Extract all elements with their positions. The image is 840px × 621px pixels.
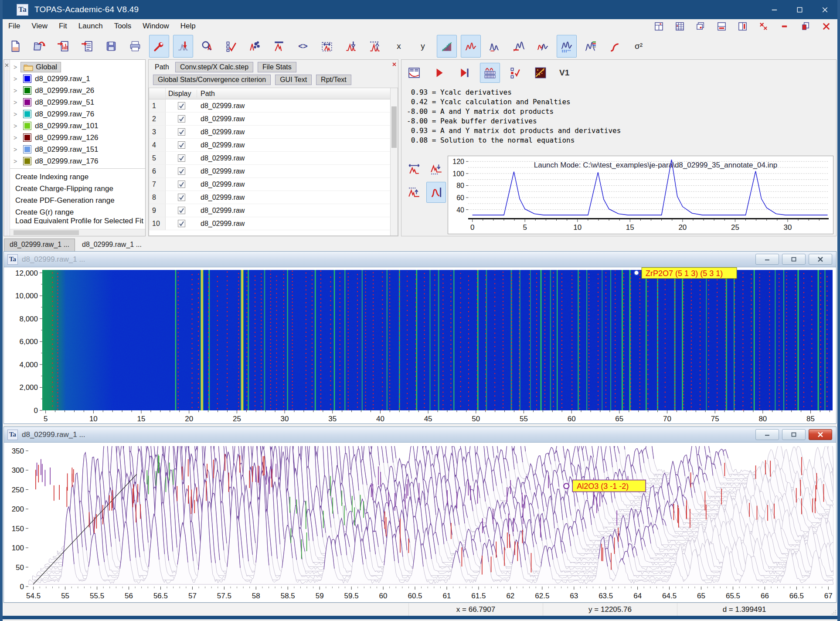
mdi-tile-vertical-button[interactable] [737,21,748,31]
toolbar-open-file-button[interactable] [29,35,49,58]
toolbar-structure-peaks-button[interactable] [245,35,265,58]
tab-file-stats[interactable]: File Stats [258,62,296,72]
menu-file[interactable]: File [3,20,26,32]
tree-item-d8_02999.raw_176[interactable]: >d8_02999.raw_176 [10,155,145,167]
launch-mode-chart[interactable]: 406080100120051015202530Launch Mode: C:\… [448,156,833,234]
toolbar-peak-insert-down-button[interactable] [341,35,361,58]
menu-help[interactable]: Help [175,20,201,32]
expand-chevron-icon[interactable]: > [10,158,20,165]
toolbar-x-range-select-button[interactable] [317,35,337,58]
file-row-7[interactable]: 7d8_02999.raw [149,178,390,191]
toolbar-curves-colorbar-button[interactable] [581,35,601,58]
menu-view[interactable]: View [26,20,53,32]
display-checkbox[interactable] [178,141,185,149]
tree-item-global[interactable]: >Global [10,61,145,73]
display-checkbox[interactable] [178,115,185,123]
toolbar-curve-red-button[interactable] [461,35,481,58]
command-create-charge-flipping-range[interactable]: Create Charge-Flipping range [10,183,145,194]
command-create-pdf-generation-range[interactable]: Create PDF-Generation range [10,194,145,206]
display-checkbox[interactable] [178,220,185,227]
heat-window-restore-button[interactable] [782,254,806,265]
mdi-minimize-all-button[interactable] [779,21,789,31]
toolbar-curves-shift-button[interactable] [509,35,529,58]
chart-shift-down-button[interactable] [426,158,446,179]
menu-tools[interactable]: Tools [109,20,137,32]
toolbar-y-toggle-button[interactable]: y [413,35,433,58]
expand-chevron-icon[interactable]: > [10,134,20,141]
toolbar-zoom-peaks-button[interactable] [197,35,217,58]
menu-fit[interactable]: Fit [53,20,73,32]
toolbar-fit-tools-button[interactable] [149,35,169,58]
toolbar-s-curve-button[interactable] [605,35,625,58]
expand-chevron-icon[interactable]: > [10,87,20,94]
resize-grip[interactable] [811,603,837,616]
maximize-button[interactable] [787,0,812,19]
tree-item-d8_02999.raw_51[interactable]: >d8_02999.raw_51 [10,96,145,108]
vertical-scrollbar[interactable] [390,88,398,235]
toolbar-save-file-button[interactable] [101,35,121,58]
mdi-cascade-windows-button[interactable] [695,21,706,31]
tree-item-d8_02999.raw_151[interactable]: >d8_02999.raw_151 [10,143,145,155]
run-report-view-button[interactable] [404,63,424,83]
column-path[interactable]: Path [197,90,390,98]
display-checkbox[interactable] [178,181,185,188]
expand-chevron-icon[interactable]: > [10,64,20,71]
toolbar-new-file-button[interactable] [5,35,25,58]
mdi-tile-horizontal-button[interactable] [716,21,727,31]
tree-item-d8_02999.raw_76[interactable]: >d8_02999.raw_76 [10,108,145,120]
toolbar-select-checklist-button[interactable] [221,35,241,58]
run-surface-view-button[interactable] [531,63,551,83]
tab-gui-text[interactable]: GUI Text [275,75,312,85]
run-run-to-end-button[interactable] [455,63,475,83]
document-tab-2[interactable]: d8_02999.raw_1 ... [77,239,147,251]
tab-conv-step-x-calc-step[interactable]: Conv.step/X Calc.step [175,62,253,72]
command-create-indexing-range[interactable]: Create Indexing range [10,171,145,183]
wf-window-minimize-button[interactable] [755,429,779,440]
toolbar-peak-insert-up-button[interactable] [365,35,385,58]
command-create-g-r-range[interactable]: Create G(r) range [10,206,145,218]
file-row-4[interactable]: 4d8_02999.raw [149,139,390,152]
toolbar-area-chart-button[interactable] [437,35,457,58]
menu-launch[interactable]: Launch [73,20,109,32]
expand-chevron-icon[interactable]: > [10,75,20,82]
toolbar-import-scan-button[interactable] [53,35,73,58]
command-clipped[interactable]: Load Equivalent Profile for Selected Fit [10,218,145,224]
display-checkbox[interactable] [178,102,185,109]
heatmap-window-titlebar[interactable]: Ta d8_02999.raw_1 ... [4,252,836,267]
mdi-restore-window-button[interactable] [800,21,810,31]
dock-grip[interactable] [4,60,10,236]
wf-window-close-button[interactable] [809,429,832,440]
scrollbar-thumb[interactable] [391,106,397,148]
display-checkbox[interactable] [178,154,185,162]
document-tab-1[interactable]: d8_02999.raw_1 ... [4,239,75,251]
toolbar-peak-bar-button[interactable] [269,35,289,58]
tab-path[interactable]: Path [153,62,171,72]
tree-item-d8_02999.raw_26[interactable]: >d8_02999.raw_26 [10,85,145,96]
display-checkbox[interactable] [178,194,185,201]
panel-close-icon[interactable] [392,61,397,68]
toolbar-refine-download-button[interactable] [173,35,193,58]
expand-chevron-icon[interactable]: > [10,123,20,130]
tree-item-d8_02999.raw_126[interactable]: >d8_02999.raw_126 [10,132,145,143]
toolbar-code-view-button[interactable]: <> [293,35,313,58]
chart-range-fit-button[interactable] [404,158,424,179]
toolbar-import-text-button[interactable] [77,35,97,58]
minimize-button[interactable] [762,0,787,19]
file-row-3[interactable]: 3d8_02999.raw [149,126,390,139]
run-run-options-button[interactable] [505,63,525,83]
chart-step-curve-button[interactable] [426,182,446,203]
display-checkbox[interactable] [178,167,185,175]
toolbar-sigma-squared-button[interactable]: σ² [629,35,649,58]
waterfall-plot[interactable]: 05010015020025030035054.55555.55656.5575… [4,443,836,603]
mdi-close-window-button[interactable] [821,21,831,31]
expand-chevron-icon[interactable]: > [10,111,20,118]
toolbar-curves-redblue-button[interactable] [533,35,553,58]
tree-item-d8_02999.raw_1[interactable]: >d8_02999.raw_1 [10,73,145,85]
heat-window-close-button[interactable] [809,254,832,265]
wf-window-restore-button[interactable] [782,429,806,440]
close-button[interactable] [812,0,837,19]
file-row-2[interactable]: 2d8_02999.raw [149,113,390,126]
dock-close-icon[interactable] [4,61,9,69]
mdi-close-all-button[interactable] [758,21,769,31]
file-row-10[interactable]: 10d8_02999.raw [149,217,390,230]
